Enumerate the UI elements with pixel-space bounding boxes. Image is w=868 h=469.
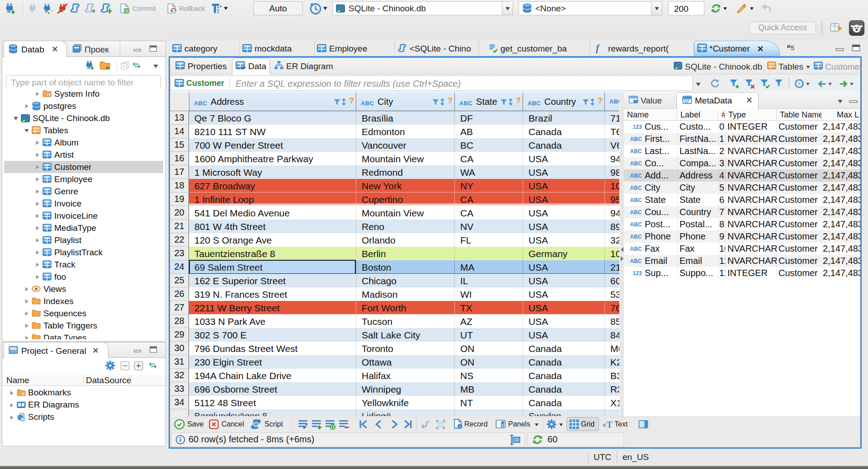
svg-text:i: i [48, 93, 49, 97]
svg-text:i: i [459, 425, 460, 429]
